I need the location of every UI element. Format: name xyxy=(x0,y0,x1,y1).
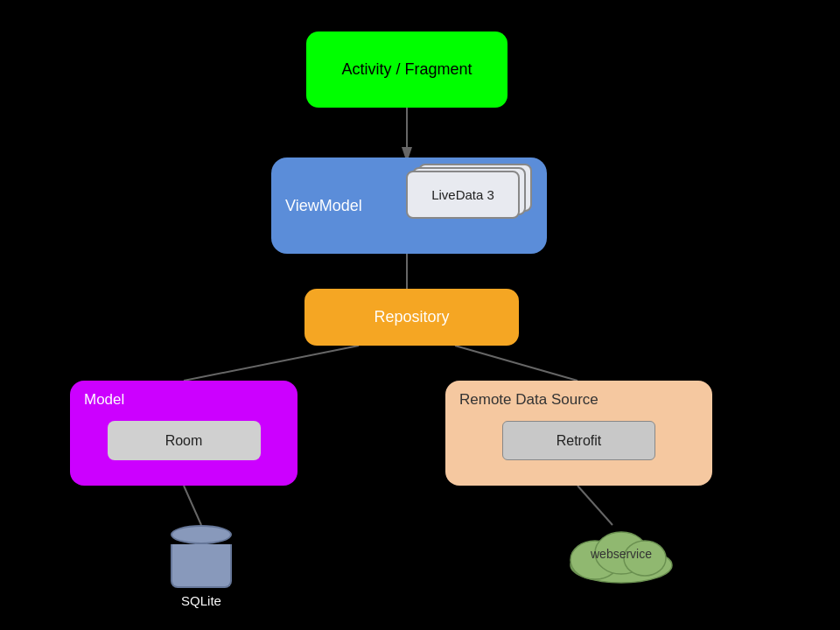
svg-line-4 xyxy=(184,486,201,525)
webservice-label: webservice xyxy=(591,547,652,561)
livedata-card-front: LiveData 3 xyxy=(406,171,520,219)
room-label: Room xyxy=(165,433,203,449)
retrofit-label: Retrofit xyxy=(556,433,602,449)
svg-line-3 xyxy=(455,346,578,381)
remote-data-source-label: Remote Data Source xyxy=(459,391,598,409)
model-label: Model xyxy=(84,391,124,409)
room-card: Room xyxy=(108,421,261,460)
repository-box: Repository xyxy=(304,289,519,346)
sqlite-cylinder xyxy=(171,525,232,588)
livedata-label: LiveData 3 xyxy=(431,187,494,202)
activity-fragment-box: Activity / Fragment xyxy=(306,32,508,108)
viewmodel-box: ViewModel LiveData 3 xyxy=(271,158,547,254)
svg-line-5 xyxy=(578,486,612,525)
retrofit-card: Retrofit xyxy=(502,421,655,460)
sqlite-container: SQLite xyxy=(171,525,232,608)
sqlite-label: SQLite xyxy=(181,593,221,608)
diagram-container: Activity / Fragment ViewModel LiveData 3… xyxy=(0,0,840,630)
livedata-stack: LiveData 3 xyxy=(406,171,533,241)
cylinder-body xyxy=(171,544,232,588)
viewmodel-label: ViewModel xyxy=(285,197,362,215)
activity-fragment-label: Activity / Fragment xyxy=(341,60,472,79)
remote-data-source-box: Remote Data Source Retrofit xyxy=(445,381,712,486)
webservice-cloud: webservice xyxy=(564,523,678,584)
repository-label: Repository xyxy=(374,308,449,326)
webservice-container: webservice xyxy=(564,523,678,584)
cylinder-top xyxy=(171,525,232,544)
svg-line-2 xyxy=(184,346,359,381)
model-box: Model Room xyxy=(70,381,298,486)
